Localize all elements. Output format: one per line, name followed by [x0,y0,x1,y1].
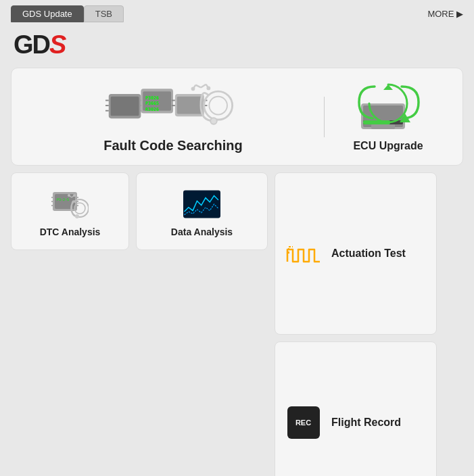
svg-point-27 [207,87,211,91]
actuation-test-icon [285,235,322,272]
actuation-test-label: Actuation Test [331,247,406,261]
top-card-row: P3026 P3665 R3026 [11,68,463,166]
logo: G D S [14,30,460,60]
ecu-label: ECU Upgrade [353,140,423,152]
flight-record-card[interactable]: REC Flight Record [275,341,437,476]
flight-record-label: Flight Record [331,416,401,430]
fault-code-label: Fault Code Searching [103,138,243,153]
more-button[interactable]: MORE ▶ [427,9,463,19]
tab-group: GDS Update TSB [11,5,124,22]
svg-point-49 [68,194,70,197]
fault-code-icon: P3026 P3665 R3026 [105,80,241,134]
svg-point-24 [191,87,195,91]
svg-line-22 [195,85,201,88]
svg-text:P3-2-5: P3-2-5 [57,197,69,201]
ecu-upgrade-card[interactable]: ECU Upgrade [327,82,449,152]
ecu-icon [351,82,425,136]
data-analysis-icon [183,185,220,222]
svg-point-21 [210,118,217,124]
svg-text:R3026: R3026 [145,107,159,112]
data-analysis-card[interactable]: Data Analysis [136,172,268,250]
right-panel-top: Actuation Test REC Flight Record [275,172,437,476]
svg-point-47 [75,214,79,218]
tab-gds-update[interactable]: GDS Update [11,5,84,22]
actuation-test-card[interactable]: Actuation Test [275,172,437,335]
svg-line-25 [201,85,206,88]
dtc-analysis-card[interactable]: P3-2-5 DTC Analysis [11,172,129,250]
svg-point-51 [73,194,76,197]
svg-point-19 [204,91,233,120]
data-analysis-label: Data Analysis [171,227,233,237]
logo-area: G D S [0,25,474,62]
dtc-analysis-label: DTC Analysis [40,227,101,237]
logo-d: D [32,30,49,60]
dtc-analysis-icon: P3-2-5 [51,185,89,222]
svg-point-20 [209,97,227,115]
svg-rect-14 [177,97,202,114]
svg-text:P3026: P3026 [145,95,159,101]
top-bar: GDS Update TSB MORE ▶ [0,0,474,25]
logo-g: G [14,30,32,60]
svg-text:P3665: P3665 [145,101,159,106]
tab-tsb[interactable]: TSB [84,5,124,22]
flight-record-icon: REC [285,404,322,442]
top-card-divider [324,97,325,137]
svg-rect-30 [371,124,395,129]
main-content: P3026 P3665 R3026 [0,62,474,476]
row-2: P3-2-5 DTC Analysis [11,172,463,476]
svg-rect-1 [111,97,139,116]
logo-s: S [49,30,65,60]
fault-code-card[interactable]: P3026 P3665 R3026 [25,80,321,153]
